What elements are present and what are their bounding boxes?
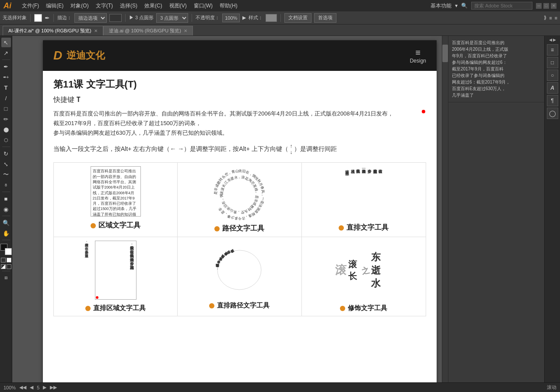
app-icon: Ai	[4, 1, 11, 10]
area-tool-label: 区域文字工具	[91, 221, 140, 230]
mini-panel: ◀ ▶ ≡ □ ○ A ¶ ◯	[544, 36, 560, 392]
toolbar-divider-4	[192, 14, 192, 22]
vert-area-dot	[85, 306, 91, 311]
vert-col-6: 旧是非成败转头空	[372, 166, 378, 219]
tool-blend[interactable]: 8	[1, 180, 11, 190]
search-icon: 🔍	[461, 3, 468, 9]
preferences-btn[interactable]: 首选项	[314, 13, 336, 23]
doc-menu-icon[interactable]: ≡	[415, 48, 420, 58]
tool-pen[interactable]: ✒	[1, 62, 11, 71]
tool-warp[interactable]: 〜	[1, 170, 11, 179]
nav-arrow-prev[interactable]: ◀	[30, 385, 33, 390]
nav-arrow-last[interactable]: ▶▶	[50, 385, 57, 390]
mini-btn-para[interactable]: ¶	[547, 95, 558, 106]
menu-edit[interactable]: 编辑(E)	[46, 2, 63, 10]
tab-0[interactable]: AI-课件2.ai* @ 100% (RGB/GPU 预览) ✕	[3, 26, 103, 35]
color-mode-btns	[1, 258, 11, 262]
vert-area-demo: 非成败转头空，青山依旧在，惆怅秋月春风，一壶浊酒喜相逢，古今多少事，浪花淘尽英雄…	[95, 241, 136, 300]
menu-file[interactable]: 文件(F)	[22, 2, 39, 10]
tool-add-anchor[interactable]: ✒+	[1, 72, 11, 82]
tool-artboard[interactable]: ⊞	[1, 273, 11, 283]
tool-zoom[interactable]: 🔍	[1, 218, 11, 228]
tool-gradient[interactable]: ■	[1, 194, 11, 203]
mini-btn-lines[interactable]: ≡	[547, 44, 558, 56]
vert-col-1: 滚滚长江东逝水	[344, 166, 350, 219]
tool-eraser[interactable]: ⬡	[1, 135, 11, 145]
scroll-thumb[interactable]	[442, 45, 448, 62]
arrow-indicator: ↑↓	[290, 143, 293, 155]
tabs-bar: AI-课件2.ai* @ 100% (RGB/GPU 预览) ✕ 逆迪.ai @…	[0, 24, 560, 36]
doc-menu-label: Design	[410, 58, 426, 64]
logo-text: 逆迪文化	[66, 49, 105, 62]
tool-text[interactable]: T	[1, 83, 11, 92]
text-cursor-dot	[422, 110, 425, 113]
tab-1[interactable]: 逆迪.ai @ 100% (RGB/GPU 预览) ✕	[103, 26, 193, 35]
description-container: 百度百科是百度公司推出的一部内容开放、自由的网络百科全书平台。其测试版于2006…	[53, 109, 426, 138]
canvas-area[interactable]: D 逆迪文化 ≡ Design 第11课 文字工具(T) 快捷键 T 百度百科是…	[12, 36, 448, 392]
color-mode-white[interactable]	[7, 258, 11, 262]
page-number[interactable]: 5	[37, 385, 39, 390]
background-color[interactable]	[5, 248, 12, 255]
v-scrollbar[interactable]	[442, 36, 448, 392]
tab-1-close[interactable]: ✕	[184, 28, 187, 33]
main-layout: ↖ ↗ ✒ ✒+ T / □ ✏ ⬤ ⬡ ↻ ⤡ 〜 8 ■ ◉ 🔍 ✋	[0, 36, 560, 392]
menu-object[interactable]: 对象(O)	[70, 2, 88, 10]
nav-arrow-next[interactable]: ▶	[43, 385, 46, 390]
close-btn[interactable]: ✕	[551, 3, 556, 9]
deco-char-2: 滚长	[348, 259, 361, 282]
tool-rect[interactable]: □	[1, 104, 11, 113]
nav-arrow-left[interactable]: ◀◀	[19, 385, 26, 390]
restore-btn[interactable]: □	[543, 3, 549, 9]
window-controls: ─ □ ✕	[536, 3, 556, 9]
mini-btn-circle2[interactable]: ◯	[547, 108, 558, 119]
tool-eyedropper[interactable]: ◉	[1, 204, 11, 214]
zoom-level[interactable]: 100%	[4, 385, 16, 390]
mini-arrow-left[interactable]: ◀	[549, 38, 552, 42]
vert-col-2: 渔樵江渚上	[350, 166, 355, 219]
menu-view[interactable]: 视图(V)	[169, 2, 187, 10]
style-swatch[interactable]	[266, 14, 277, 22]
opacity-input[interactable]	[222, 14, 240, 22]
tool-line[interactable]: /	[1, 93, 11, 103]
basic-func-label[interactable]: 基本功能	[430, 2, 452, 10]
expand-icon[interactable]: ⟫	[544, 15, 546, 21]
mini-btn-circle[interactable]: ○	[547, 70, 558, 81]
tool-direct-select[interactable]: ↗	[1, 48, 11, 58]
search-input[interactable]	[471, 2, 532, 10]
toolbar-divider-1	[30, 14, 31, 22]
tool-scale[interactable]: ⤡	[1, 159, 11, 169]
stroke-color-box[interactable]	[109, 14, 122, 22]
tool-rotate[interactable]: ↻	[1, 149, 11, 158]
mini-btn-square[interactable]: □	[547, 57, 558, 68]
menu-text[interactable]: 文字(T)	[96, 2, 113, 10]
tool-pencil[interactable]: ✏	[1, 114, 11, 124]
shortcut-label: 快捷键 T	[53, 95, 426, 105]
color-mode-none[interactable]	[1, 258, 6, 262]
tab-0-close[interactable]: ✕	[94, 28, 98, 33]
panel-icon-2[interactable]: ≡	[555, 15, 557, 21]
mini-arrow-right[interactable]: ▶	[553, 38, 556, 42]
tool-paint[interactable]: ⬤	[1, 125, 11, 134]
path-text-demo: 是非成败转头空，青山依旧在，惆怅秋月春风，一壶浊酒喜相逢，古今多少事，是非 滚滚…	[211, 166, 268, 223]
menu-effect[interactable]: 效果(C)	[144, 2, 162, 10]
gradient-swatch[interactable]	[1, 264, 6, 269]
doc-settings-btn[interactable]: 文档设置	[284, 13, 312, 23]
mini-btn-A[interactable]: A	[547, 82, 558, 94]
vertical-text-demo: 滚滚长江东逝水 渔樵江渚上 惆怅秋月春风 一壶浊酒喜相逢 古今多少事 旧是非成败…	[344, 166, 383, 219]
points-select[interactable]: 3 点圆形	[156, 13, 188, 23]
tool-hand[interactable]: ✋	[1, 228, 11, 238]
tool-sep-4	[2, 216, 10, 216]
stroke-select[interactable]: 描边选项	[74, 13, 107, 23]
tab-0-label: AI-课件2.ai* @ 100% (RGB/GPU 预览)	[8, 28, 91, 34]
pen-icon: ✒	[45, 14, 50, 21]
none-swatch[interactable]	[7, 264, 11, 269]
menu-help[interactable]: 帮助(H)	[220, 2, 238, 10]
minimize-btn[interactable]: ─	[536, 3, 542, 9]
menu-select[interactable]: 选择(S)	[120, 2, 137, 10]
vert-path-svg: 当非惆怅总是相逢，古今多少事，滚滚长江东逝水，浪花淘尽英雄。是非成败转头空，青山…	[211, 241, 268, 300]
path-tool-label: 路径文字工具	[214, 224, 264, 233]
panel-icon[interactable]: ≡	[549, 15, 552, 21]
fill-swatch[interactable]	[34, 14, 42, 22]
menu-window[interactable]: 窗口(W)	[194, 2, 213, 10]
tool-select[interactable]: ↖	[1, 38, 11, 47]
